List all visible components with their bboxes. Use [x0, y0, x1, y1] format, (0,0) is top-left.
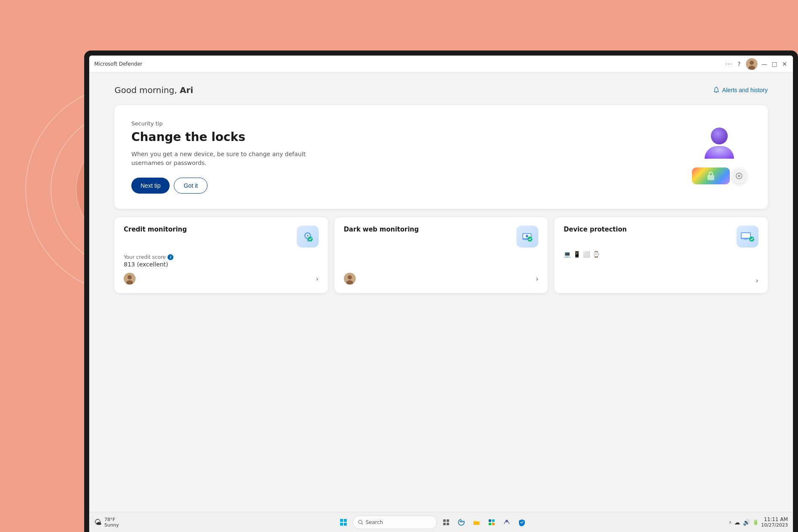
taskbar: 🌤 78°F Sunny	[89, 512, 793, 532]
weather-temp: 78°F	[104, 517, 119, 522]
credit-score-value: 813 (excellent)	[124, 261, 319, 268]
taskbar-center: Search	[136, 516, 729, 529]
minimize-button[interactable]: —	[761, 61, 768, 67]
lock-badge	[732, 168, 747, 184]
credit-card-header: Credit monitoring	[124, 226, 319, 247]
file-explorer-button[interactable]	[471, 516, 482, 528]
taskbar-left: 🌤 78°F Sunny	[94, 517, 136, 528]
tip-buttons: Next tip Got it	[131, 178, 667, 194]
defender-button[interactable]	[516, 516, 528, 528]
dark-web-monitoring-card: Dark web monitoring	[335, 217, 548, 293]
credit-score-subtitle: Your credit score	[124, 254, 166, 260]
security-tip-title: Change the locks	[131, 130, 667, 144]
svg-rect-26	[344, 519, 347, 522]
security-tip-card: Security tip Change the locks When you g…	[114, 105, 768, 209]
taskbar-search[interactable]: Search	[353, 516, 437, 529]
avatar[interactable]	[746, 58, 758, 70]
page-header: Good morning, Ari Alerts and history	[114, 85, 768, 95]
more-options-button[interactable]: ···	[726, 61, 732, 67]
svg-rect-28	[344, 523, 347, 526]
watch-icon: ⌚	[593, 251, 600, 258]
svg-point-17	[526, 235, 528, 237]
app-title: Microsoft Defender	[94, 61, 726, 67]
store-icon	[488, 519, 495, 526]
device-protection-icon	[737, 226, 758, 247]
device-protection-card-arrow[interactable]: ›	[756, 277, 758, 285]
title-bar-controls: ··· ? — □ ✕	[726, 58, 788, 70]
info-icon[interactable]: i	[168, 254, 173, 260]
credit-card-arrow[interactable]: ›	[316, 275, 318, 283]
key-icon	[735, 172, 743, 180]
device-icons-row: 💻 📱 ⬜ ⌚	[564, 251, 758, 258]
person-head	[711, 128, 728, 144]
svg-point-16	[527, 237, 532, 242]
credit-card-footer: ›	[124, 268, 319, 285]
person-body	[705, 146, 734, 159]
svg-line-30	[362, 523, 363, 524]
search-placeholder: Search	[366, 519, 383, 525]
time-display: 11:11 AM	[761, 516, 788, 522]
user-avatar-credit	[124, 273, 136, 285]
dark-web-icon	[516, 226, 538, 247]
svg-rect-35	[489, 519, 491, 522]
next-tip-button[interactable]: Next tip	[131, 178, 170, 194]
search-icon	[358, 520, 363, 525]
store-button[interactable]	[486, 516, 497, 528]
device-screen: Microsoft Defender ··· ? — □ ✕	[89, 56, 793, 532]
svg-rect-32	[447, 519, 449, 522]
security-tip-label: Security tip	[131, 120, 667, 127]
credit-icon-svg	[301, 230, 314, 243]
defender-taskbar-icon	[518, 519, 526, 526]
svg-point-3	[716, 87, 717, 88]
dark-web-card-arrow[interactable]: ›	[536, 275, 538, 283]
device-protection-card-footer: ›	[564, 271, 758, 285]
network-icon: 🔊	[743, 519, 750, 526]
svg-point-10	[308, 237, 313, 242]
credit-card-title: Credit monitoring	[124, 226, 187, 233]
dark-web-card-header: Dark web monitoring	[344, 226, 539, 247]
svg-point-24	[749, 237, 754, 242]
alerts-history-button[interactable]: Alerts and history	[713, 87, 768, 93]
svg-rect-37	[489, 523, 491, 525]
credit-score-label-row: Your credit score i	[124, 254, 319, 260]
close-button[interactable]: ✕	[781, 61, 788, 67]
svg-point-12	[128, 275, 132, 279]
svg-point-6	[738, 175, 740, 177]
task-view-icon	[443, 519, 450, 526]
tablet-icon: ⬜	[583, 251, 590, 258]
svg-rect-22	[742, 233, 750, 238]
svg-point-29	[359, 520, 362, 524]
lock-icon	[706, 171, 716, 181]
bell-icon	[713, 87, 720, 93]
edge-icon	[458, 519, 465, 526]
device-protection-card: Device protection 💻	[554, 217, 768, 293]
security-tip-content: Security tip Change the locks When you g…	[131, 120, 667, 194]
maximize-button[interactable]: □	[771, 61, 778, 67]
system-tray-arrow[interactable]: ∧	[729, 520, 732, 524]
start-menu-button[interactable]	[338, 516, 349, 528]
lock-illustration	[692, 168, 747, 184]
got-it-button[interactable]: Got it	[174, 178, 207, 194]
svg-point-1	[750, 61, 754, 65]
task-view-button[interactable]	[440, 516, 452, 528]
clock: 11:11 AM 10/27/2023	[761, 516, 788, 528]
dark-web-icon-svg	[521, 230, 534, 243]
credit-monitoring-icon	[297, 226, 319, 247]
security-tip-description: When you get a new device, be sure to ch…	[131, 150, 308, 168]
security-illustration	[667, 123, 751, 191]
credit-monitoring-card: Credit monitoring	[114, 217, 328, 293]
weather-icon: 🌤	[94, 518, 102, 527]
device-frame: Microsoft Defender ··· ? — □ ✕	[84, 51, 798, 532]
edge-button[interactable]	[455, 516, 467, 528]
main-content: Good morning, Ari Alerts and history Sec…	[89, 72, 793, 512]
device-protection-card-header: Device protection	[564, 226, 758, 247]
date-display: 10/27/2023	[761, 522, 788, 528]
dark-web-card-footer: ›	[344, 268, 539, 285]
help-button[interactable]: ?	[736, 61, 742, 67]
teams-button[interactable]	[501, 516, 513, 528]
svg-rect-4	[708, 175, 714, 180]
person-illustration	[705, 128, 734, 159]
cloud-icon: ☁	[734, 519, 740, 526]
svg-rect-23	[744, 239, 747, 240]
weather-widget: 78°F Sunny	[104, 517, 119, 528]
